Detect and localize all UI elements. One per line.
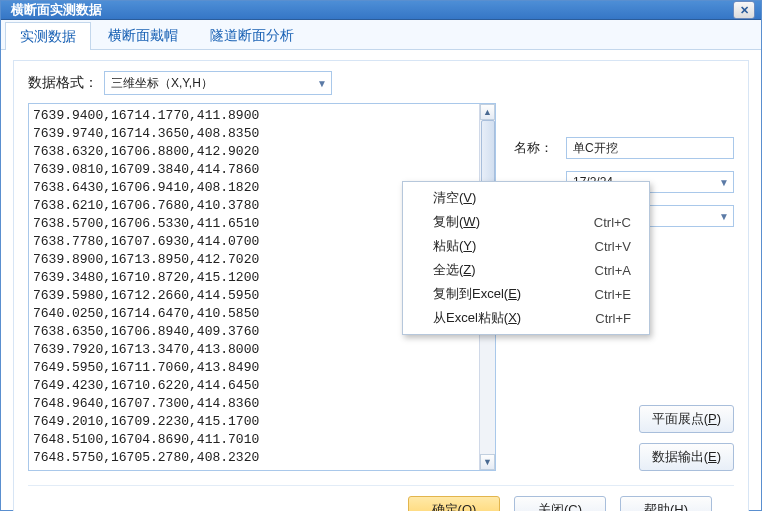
menu-label: 从Excel粘贴(X) bbox=[433, 309, 521, 327]
menu-shortcut: Ctrl+V bbox=[595, 239, 631, 254]
scroll-down-icon[interactable]: ▼ bbox=[480, 454, 495, 470]
menu-label: 复制(W) bbox=[433, 213, 480, 231]
menu-paste-from-excel[interactable]: 从Excel粘贴(X)Ctrl+F bbox=[405, 306, 647, 330]
menu-shortcut: Ctrl+F bbox=[595, 311, 631, 326]
menu-copy[interactable]: 复制(W)Ctrl+C bbox=[405, 210, 647, 234]
menu-clear[interactable]: 清空(V) bbox=[405, 186, 647, 210]
footer: 确定(O) 关闭(C) 帮助(H) bbox=[28, 485, 734, 511]
scroll-up-icon[interactable]: ▲ bbox=[480, 104, 495, 120]
name-input[interactable]: 单C开挖 bbox=[566, 137, 734, 159]
chevron-down-icon: ▼ bbox=[719, 177, 729, 188]
name-row: 名称： 单C开挖 bbox=[514, 137, 734, 159]
menu-shortcut: Ctrl+A bbox=[595, 263, 631, 278]
plane-points-button[interactable]: 平面展点(P) bbox=[639, 405, 734, 433]
tabs: 实测数据 横断面戴帽 隧道断面分析 bbox=[1, 20, 761, 50]
data-export-button[interactable]: 数据输出(E) bbox=[639, 443, 734, 471]
close-button[interactable]: 关闭(C) bbox=[514, 496, 606, 512]
tab-measured-data[interactable]: 实测数据 bbox=[5, 22, 91, 50]
menu-select-all[interactable]: 全选(Z)Ctrl+A bbox=[405, 258, 647, 282]
data-format-value: 三维坐标（X,Y,H） bbox=[111, 75, 213, 92]
chevron-down-icon: ▼ bbox=[719, 211, 729, 222]
close-icon[interactable]: ✕ bbox=[733, 1, 755, 19]
side-buttons: 平面展点(P) 数据输出(E) bbox=[514, 405, 734, 471]
chevron-down-icon: ▼ bbox=[317, 78, 327, 89]
titlebar: 横断面实测数据 ✕ bbox=[1, 1, 761, 20]
window-title: 横断面实测数据 bbox=[11, 1, 102, 19]
menu-shortcut: Ctrl+E bbox=[595, 287, 631, 302]
menu-label: 复制到Excel(E) bbox=[433, 285, 521, 303]
name-label: 名称： bbox=[514, 139, 560, 157]
tab-tunnel-analysis[interactable]: 隧道断面分析 bbox=[195, 21, 309, 49]
tab-section-cap[interactable]: 横断面戴帽 bbox=[93, 21, 193, 49]
ok-button[interactable]: 确定(O) bbox=[408, 496, 500, 512]
data-format-select[interactable]: 三维坐标（X,Y,H） ▼ bbox=[104, 71, 332, 95]
format-row: 数据格式： 三维坐标（X,Y,H） ▼ bbox=[28, 71, 734, 95]
format-label: 数据格式： bbox=[28, 74, 98, 92]
menu-paste[interactable]: 粘贴(Y)Ctrl+V bbox=[405, 234, 647, 258]
context-menu: 清空(V) 复制(W)Ctrl+C 粘贴(Y)Ctrl+V 全选(Z)Ctrl+… bbox=[402, 181, 650, 335]
menu-label: 粘贴(Y) bbox=[433, 237, 476, 255]
menu-label: 全选(Z) bbox=[433, 261, 476, 279]
menu-shortcut: Ctrl+C bbox=[594, 215, 631, 230]
menu-label: 清空(V) bbox=[433, 189, 476, 207]
dialog: 横断面实测数据 ✕ 实测数据 横断面戴帽 隧道断面分析 数据格式： 三维坐标（X… bbox=[0, 0, 762, 511]
menu-copy-to-excel[interactable]: 复制到Excel(E)Ctrl+E bbox=[405, 282, 647, 306]
help-button[interactable]: 帮助(H) bbox=[620, 496, 712, 512]
name-value: 单C开挖 bbox=[573, 140, 618, 157]
